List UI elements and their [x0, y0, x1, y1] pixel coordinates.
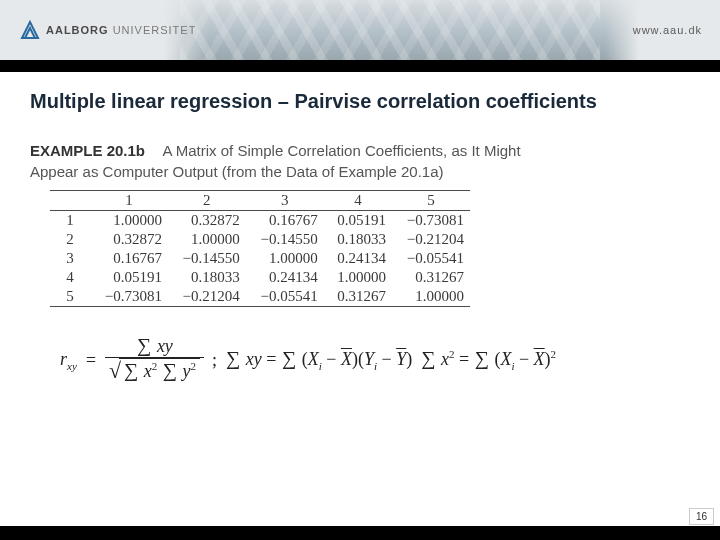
- equals: =: [266, 349, 276, 369]
- cell: 0.24134: [324, 249, 392, 268]
- cell: 0.32872: [168, 211, 246, 231]
- sub-xy: xy: [67, 359, 77, 371]
- col-header: 3: [246, 191, 324, 211]
- example-heading-line1: EXAMPLE 20.1b A Matrix of Simple Correla…: [30, 141, 690, 163]
- example-heading-line2: Appear as Computer Output (from the Data…: [30, 163, 690, 186]
- example-block: EXAMPLE 20.1b A Matrix of Simple Correla…: [30, 141, 690, 307]
- equals: =: [459, 349, 469, 369]
- brand-light: UNIVERSITET: [109, 24, 197, 36]
- formula-lhs: rxy: [60, 349, 77, 372]
- cell: 0.16767: [246, 211, 324, 231]
- semicolon: ;: [212, 350, 217, 371]
- cell: −0.05541: [392, 249, 470, 268]
- minus: −: [382, 349, 392, 369]
- row-header: 5: [50, 287, 90, 307]
- table-header-row: 1 2 3 4 5: [50, 191, 470, 211]
- correlation-matrix: 1 2 3 4 5 1 1.00000 0.32872 0.16767 0.05…: [50, 190, 470, 307]
- example-heading-text1: A Matrix of Simple Correlation Coefficie…: [162, 142, 520, 159]
- sum-xy-def: ∑ xy = ∑ (Xi − X)(Yi − Y): [225, 349, 412, 372]
- fraction: ∑ xy √ ∑ x2 ∑ y2: [105, 337, 204, 383]
- cell: 0.18033: [168, 268, 246, 287]
- header-divider: [0, 60, 720, 72]
- table-row: 2 0.32872 1.00000 −0.14550 0.18033 −0.21…: [50, 230, 470, 249]
- brand-bold: AALBORG: [46, 24, 109, 36]
- minus: −: [326, 349, 336, 369]
- cell: 1.00000: [392, 287, 470, 307]
- example-label: EXAMPLE 20.1b: [30, 142, 145, 159]
- sigma-icon: ∑: [225, 347, 241, 369]
- Yi: Y: [364, 349, 374, 369]
- numerator: ∑ xy: [132, 337, 177, 357]
- Xbar: X: [534, 349, 545, 369]
- cell: −0.14550: [246, 230, 324, 249]
- col-header: 1: [90, 191, 168, 211]
- cell: 0.05191: [324, 211, 392, 231]
- table-row: 3 0.16767 −0.14550 1.00000 0.24134 −0.05…: [50, 249, 470, 268]
- cell: 1.00000: [168, 230, 246, 249]
- sigma-icon: ∑: [420, 347, 436, 369]
- cell: −0.21204: [392, 230, 470, 249]
- cell: −0.05541: [246, 287, 324, 307]
- sigma-icon: ∑: [474, 347, 490, 369]
- row-header: 3: [50, 249, 90, 268]
- cell: 0.05191: [90, 268, 168, 287]
- sigma-icon: ∑: [162, 359, 178, 381]
- sqrt: √ ∑ x2 ∑ y2: [109, 358, 200, 382]
- cell: −0.73081: [392, 211, 470, 231]
- cell: 0.24134: [246, 268, 324, 287]
- row-header: 2: [50, 230, 90, 249]
- col-header: 4: [324, 191, 392, 211]
- radicand: ∑ x2 ∑ y2: [119, 358, 200, 382]
- correlation-table: 1 2 3 4 5 1 1.00000 0.32872 0.16767 0.05…: [50, 191, 470, 307]
- sub-i: i: [319, 359, 322, 371]
- sigma-icon: ∑: [281, 347, 297, 369]
- Xbar: X: [341, 349, 352, 369]
- cell: 1.00000: [90, 211, 168, 231]
- table-row: 1 1.00000 0.32872 0.16767 0.05191 −0.730…: [50, 211, 470, 231]
- table-row: 5 −0.73081 −0.21204 −0.05541 0.31267 1.0…: [50, 287, 470, 307]
- cell: 1.00000: [246, 249, 324, 268]
- sq: 2: [551, 348, 557, 360]
- num-xy: xy: [152, 336, 172, 356]
- cell: 0.31267: [392, 268, 470, 287]
- Xi: X: [308, 349, 319, 369]
- aau-logo-icon: [18, 18, 42, 42]
- brand-name: AALBORG UNIVERSITET: [46, 24, 196, 36]
- Xi: X: [500, 349, 511, 369]
- minus: −: [519, 349, 529, 369]
- cell: 0.16767: [90, 249, 168, 268]
- sum-x2-def: ∑ x2 = ∑ (Xi − X)2: [420, 348, 556, 372]
- cell: −0.14550: [168, 249, 246, 268]
- header-banner: AALBORG UNIVERSITET www.aau.dk: [0, 0, 720, 60]
- cell: 0.31267: [324, 287, 392, 307]
- cell: 1.00000: [324, 268, 392, 287]
- row-header: 4: [50, 268, 90, 287]
- slide-title: Multiple linear regression – Pairvise co…: [0, 72, 720, 113]
- cell: 0.32872: [90, 230, 168, 249]
- sub-i: i: [374, 359, 377, 371]
- var-r: r: [60, 349, 67, 369]
- row-header: 1: [50, 211, 90, 231]
- footer-bar: [0, 526, 720, 540]
- cell: 0.18033: [324, 230, 392, 249]
- table-row: 4 0.05191 0.18033 0.24134 1.00000 0.3126…: [50, 268, 470, 287]
- col-header: 2: [168, 191, 246, 211]
- equals: =: [85, 350, 97, 371]
- Ybar: Y: [396, 349, 406, 369]
- sigma-icon: ∑: [123, 359, 139, 381]
- sub-i: i: [511, 360, 514, 372]
- sq: 2: [191, 360, 197, 372]
- cell: −0.73081: [90, 287, 168, 307]
- denominator: √ ∑ x2 ∑ y2: [105, 358, 204, 383]
- sigma-icon: ∑: [136, 334, 152, 356]
- sq: 2: [449, 348, 455, 360]
- page-number: 16: [689, 508, 714, 525]
- sq: 2: [152, 360, 158, 372]
- brand-url: www.aau.dk: [605, 0, 720, 60]
- cell: −0.21204: [168, 287, 246, 307]
- table-corner: [50, 191, 90, 211]
- col-header: 5: [392, 191, 470, 211]
- brand-left: AALBORG UNIVERSITET: [0, 0, 210, 60]
- correlation-formula: rxy = ∑ xy √ ∑ x2 ∑ y2 ; ∑ xy = ∑ (Xi − …: [60, 337, 720, 383]
